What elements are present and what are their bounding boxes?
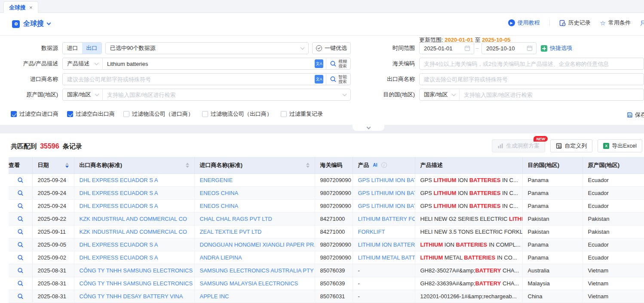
column-header-3[interactable]: 进口商名称(标准)	[194, 157, 315, 173]
cell-exporter-link[interactable]: CÔNG TY TNHH DESAY BATTERY VINA	[80, 293, 183, 300]
tutorial-link[interactable]: ▶ 使用教程	[508, 19, 540, 27]
end-date-input[interactable]	[482, 43, 527, 54]
cell-exporter-link[interactable]: DHL EXPRESS ECUADOR S A	[80, 241, 158, 248]
history-link[interactable]: 历史记录	[559, 19, 591, 27]
checkbox-unchecked-icon[interactable]	[281, 111, 287, 117]
sort-desc-icon[interactable]	[306, 166, 310, 168]
view-detail-icon[interactable]	[17, 190, 24, 196]
importer-name-input[interactable]	[63, 74, 312, 85]
cell-importer-link[interactable]: ENEOS CHINA	[200, 190, 239, 196]
sort-asc-icon[interactable]	[306, 163, 310, 165]
save-conditions-button[interactable]: 保存	[627, 111, 644, 119]
cell-exporter-link[interactable]: CÔNG TY TNHH SAMSUNG ELECTRONICS ...	[80, 280, 195, 287]
view-detail-icon[interactable]	[17, 241, 24, 248]
product-search-input[interactable]	[103, 58, 312, 69]
cell-exporter-link[interactable]: DHL EXPRESS ECUADOR S A	[80, 203, 158, 209]
collapse-panel-handle[interactable]	[353, 124, 384, 131]
cell-product-link[interactable]: LITHIUM BATTERY FO...	[358, 216, 415, 222]
quick-options-link[interactable]: 快捷选项	[541, 42, 572, 54]
sort-control[interactable]	[306, 163, 310, 168]
sort-asc-icon[interactable]	[65, 163, 69, 165]
favorites-link[interactable]: ☆ 常用条件	[600, 19, 631, 27]
app-logo-icon	[12, 20, 20, 28]
exporter-name-input[interactable]	[420, 74, 644, 85]
column-header-2[interactable]: 出口商名称(标准)	[74, 157, 194, 173]
start-date-input[interactable]	[420, 43, 464, 54]
cell-importer-link[interactable]: DONGGUAN HONGMEI XIANGLI PAPER PR...	[200, 241, 315, 248]
view-detail-icon[interactable]	[17, 293, 24, 300]
checkbox-unchecked-icon[interactable]	[123, 111, 129, 117]
filter-checkbox-0[interactable]: 过滤空白进口商	[11, 110, 58, 118]
cell-product-link[interactable]: GPS LITHIUM ION BAT...	[358, 203, 415, 209]
view-detail-icon[interactable]	[17, 216, 24, 222]
origin-country-type-select[interactable]: 国家/地区	[63, 89, 102, 100]
sort-control[interactable]	[186, 163, 189, 168]
hs-code-input[interactable]	[420, 58, 644, 69]
column-header-1[interactable]: 日期	[32, 157, 74, 173]
sort-control[interactable]	[65, 163, 69, 168]
import-toggle[interactable]: 进口	[63, 43, 82, 54]
cell-importer-link[interactable]: ENEOS CHINA	[200, 203, 239, 209]
clipped-icon[interactable]: 只	[640, 19, 644, 26]
sort-asc-icon[interactable]	[186, 163, 189, 165]
destination-country-input[interactable]	[460, 89, 644, 100]
view-detail-icon[interactable]	[17, 203, 24, 209]
checkbox-unchecked-icon[interactable]	[202, 111, 208, 117]
cell-product-link[interactable]: FORKLIFT	[358, 229, 385, 235]
results-panel: 共匹配到 35596 条记录 生成洞察方案 NEW	[0, 133, 644, 303]
filter-checkbox-1[interactable]: 过滤空白出口商	[67, 110, 115, 118]
info-icon[interactable]: i	[381, 162, 387, 168]
cell-exporter-link[interactable]: KZK INDUSTRIAL AND COMMERCIAL CO	[80, 229, 187, 235]
cell-importer-link[interactable]: SAMSUNG ELECTRONICS AUSTRALIA PTY	[200, 267, 314, 274]
cell-importer-link[interactable]: CHAL CHAL RAGS PVT LTD	[200, 216, 272, 222]
product-input-group: 产品描述 文A 模糊 搜索	[62, 58, 351, 70]
filter-checkbox-4[interactable]: 过滤重复记录	[281, 110, 323, 118]
view-detail-icon[interactable]	[17, 267, 24, 274]
cell-importer-link[interactable]: ENERGENIE	[200, 177, 233, 183]
datasource-select[interactable]: 已选中90个数据源	[105, 42, 309, 54]
filter-checkbox-3[interactable]: 过滤物流公司（出口商）	[202, 110, 272, 118]
cell-exporter-link[interactable]: DHL EXPRESS ECUADOR S A	[80, 177, 158, 183]
export-toggle[interactable]: 出口	[82, 43, 101, 54]
view-detail-icon[interactable]	[17, 229, 24, 235]
filter-checkbox-2[interactable]: 过滤物流公司（进口商）	[123, 110, 193, 118]
translate-icon[interactable]: 文A	[315, 75, 323, 83]
checkbox-checked-icon[interactable]	[11, 111, 17, 117]
checkbox-checked-icon[interactable]	[67, 111, 73, 117]
cell-exporter-link[interactable]: CÔNG TY TNHH SAMSUNG ELECTRONICS ...	[80, 267, 195, 274]
cell-importer-link[interactable]: ZEAL TEXTILE PVT LTD	[200, 229, 262, 235]
origin-country-input[interactable]	[103, 89, 343, 100]
check-circle-icon	[316, 45, 322, 51]
tab-close-icon[interactable]: ×	[29, 4, 33, 11]
custom-columns-button[interactable]: 自定义列	[550, 139, 592, 152]
generate-insight-button[interactable]: 生成洞察方案 NEW	[492, 139, 545, 152]
sort-desc-icon[interactable]	[65, 166, 69, 168]
view-detail-icon[interactable]	[17, 254, 24, 261]
chevron-down-icon	[301, 46, 305, 50]
view-detail-icon[interactable]	[17, 280, 24, 287]
cell-product-link[interactable]: LITHIUM METAL BATT...	[358, 254, 415, 261]
view-detail-icon[interactable]	[17, 177, 24, 183]
cell-exporter-link[interactable]: DHL EXPRESS ECUADOR S A	[80, 190, 158, 196]
cell-hs-code: 9807209090	[320, 241, 351, 248]
smart-search-button[interactable]: 智能 搜索	[326, 74, 350, 84]
sort-desc-icon[interactable]	[186, 166, 189, 168]
tab-global-search[interactable]: 全球搜 ×	[3, 1, 38, 13]
cell-importer-link[interactable]: APPLE INC	[200, 293, 229, 300]
fuzzy-search-button[interactable]: 模糊 搜索	[326, 59, 350, 68]
destination-country-type-select[interactable]: 国家/地区	[420, 89, 459, 100]
cell-product-link[interactable]: LITHIUM ION BATTERY	[358, 241, 415, 248]
cell-product-link[interactable]: GPS LITHIUM ION BAT...	[358, 177, 415, 183]
cell-importer-link[interactable]: SAMSUNG MALAYSIA ELECTRONICS	[200, 280, 298, 287]
export-excel-button[interactable]: X 导出Excel	[598, 139, 642, 152]
cell-product-link[interactable]: GPS LITHIUM ION BAT...	[358, 190, 415, 196]
product-type-select[interactable]: 产品描述	[63, 58, 102, 69]
module-switcher[interactable]: 全球搜	[12, 19, 50, 28]
optimize-label: 一键优选	[325, 44, 347, 52]
cell-importer-link[interactable]: ANDRA LIEPINA	[200, 254, 242, 261]
cell-exporter-link[interactable]: KZK INDUSTRIAL AND COMMERCIAL CO	[80, 216, 187, 222]
one-click-optimize-button[interactable]: 一键优选	[312, 42, 351, 54]
translate-icon[interactable]: 文A	[315, 59, 323, 68]
cell-exporter-link[interactable]: DHL EXPRESS ECUADOR S A	[80, 254, 158, 261]
cell-hs-code: 84271000	[320, 229, 345, 235]
